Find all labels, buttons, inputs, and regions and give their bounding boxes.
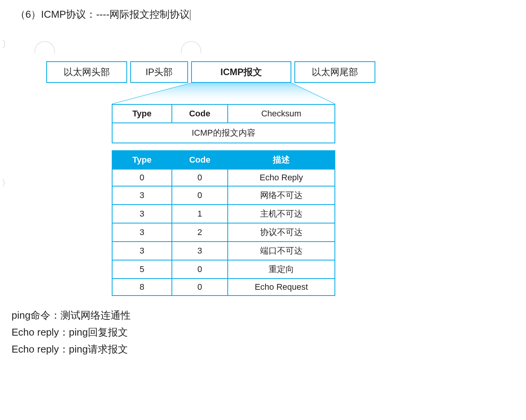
frame-cell-ethernet-header: 以太网头部 [46, 61, 127, 83]
icmp-header-checksum: Checksum [228, 104, 335, 123]
cell-desc: 协议不可达 [228, 223, 335, 242]
cell-desc: Echo Request [228, 279, 335, 296]
cell-type: 3 [112, 205, 172, 223]
th-type: Type [112, 151, 172, 169]
table-row: 5 0 重定向 [112, 260, 335, 279]
frame-row: 以太网头部 IP头部 ICMP报文 以太网尾部 [46, 61, 385, 83]
note-line: Echo reply：ping请求报文 [12, 341, 514, 358]
cell-desc: 网络不可达 [228, 186, 335, 205]
frame-diagram: 以太网头部 IP头部 ICMP报文 以太网尾部 [46, 48, 385, 296]
cell-code: 3 [172, 242, 228, 260]
text-cursor [190, 10, 190, 20]
cell-type: 3 [112, 186, 172, 205]
section-heading: （6）ICMP协议：----网际报文控制协议 [15, 8, 514, 21]
cell-desc: 端口不可达 [228, 242, 335, 260]
cell-type: 3 [112, 223, 172, 242]
cell-type: 3 [112, 242, 172, 260]
arc-row [46, 48, 385, 61]
icmp-header-table: Type Code Checksum ICMP的报文内容 [112, 104, 335, 143]
margin-mark: 〉 [2, 177, 10, 189]
icmp-header-code: Code [172, 104, 228, 123]
margin-mark: 〕 [2, 39, 10, 50]
cell-type: 8 [112, 279, 172, 296]
connector-svg [46, 83, 385, 104]
icmp-header-body: ICMP的报文内容 [112, 123, 335, 143]
icmp-header-body-row: ICMP的报文内容 [112, 123, 335, 143]
icmp-type-tbody: 0 0 Echo Reply 3 0 网络不可达 3 1 主机不可达 3 2 [112, 169, 335, 296]
table-row: 3 0 网络不可达 [112, 186, 335, 205]
table-row: 8 0 Echo Request [112, 279, 335, 296]
section-heading-text: （6）ICMP协议：----网际报文控制协议 [15, 8, 190, 20]
cell-code: 2 [172, 223, 228, 242]
note-line: ping命令：测试网络连通性 [12, 307, 514, 324]
arc-mark [181, 41, 201, 53]
cell-type: 0 [112, 169, 172, 186]
table-header-row: Type Code 描述 [112, 151, 335, 169]
icmp-type-table: Type Code 描述 0 0 Echo Reply 3 0 网络不可达 3 [112, 150, 335, 296]
page: 〕 〉 （6）ICMP协议：----网际报文控制协议 以太网头部 IP头部 IC… [0, 0, 526, 420]
frame-cell-ip-header: IP头部 [130, 61, 188, 83]
table-row: 3 2 协议不可达 [112, 223, 335, 242]
th-code: Code [172, 151, 228, 169]
cell-code: 1 [172, 205, 228, 223]
cell-desc: 主机不可达 [228, 205, 335, 223]
cell-desc: 重定向 [228, 260, 335, 279]
table-row: 3 3 端口不可达 [112, 242, 335, 260]
notes-block: ping命令：测试网络连通性 Echo reply：ping回复报文 Echo … [12, 307, 514, 358]
cell-desc: Echo Reply [228, 169, 335, 186]
cell-code: 0 [172, 186, 228, 205]
frame-cell-icmp: ICMP报文 [191, 61, 291, 83]
icmp-header-row: Type Code Checksum [112, 104, 335, 123]
frame-cell-ethernet-trailer: 以太网尾部 [294, 61, 375, 83]
cell-code: 0 [172, 279, 228, 296]
note-line: Echo reply：ping回复报文 [12, 324, 514, 341]
table-row: 0 0 Echo Reply [112, 169, 335, 186]
icmp-header-type: Type [112, 104, 172, 123]
cell-type: 5 [112, 260, 172, 279]
cell-code: 0 [172, 260, 228, 279]
svg-marker-0 [112, 83, 335, 104]
th-desc: 描述 [228, 151, 335, 169]
arc-mark [35, 41, 55, 53]
connector [46, 83, 385, 104]
cell-code: 0 [172, 169, 228, 186]
table-row: 3 1 主机不可达 [112, 205, 335, 223]
